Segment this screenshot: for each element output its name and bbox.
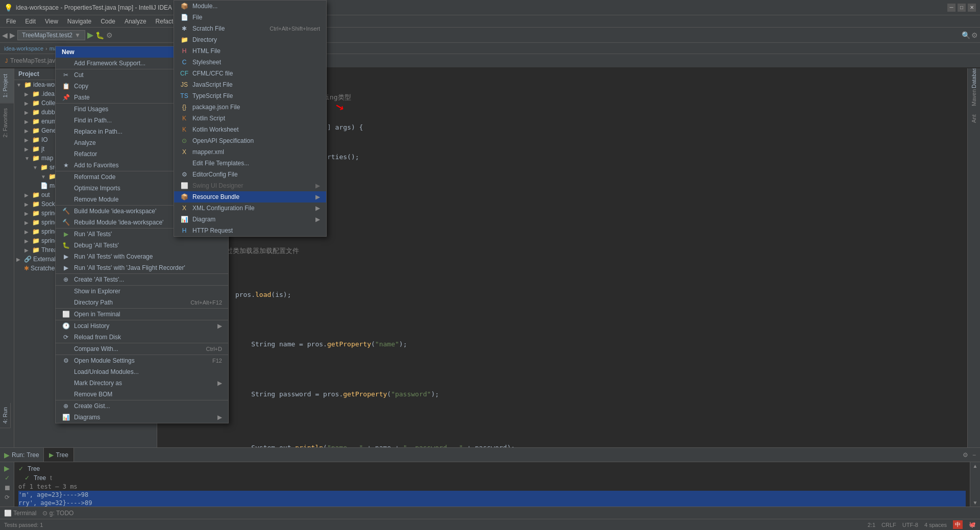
ctx-new-label: New: [62, 48, 75, 56]
breadcrumb-workspace[interactable]: idea-workspace: [4, 45, 43, 52]
menu-navigate[interactable]: Navigate: [63, 17, 95, 26]
settings-icon[interactable]: ⚙: [963, 451, 968, 459]
search-icon[interactable]: 🔍: [962, 31, 970, 39]
database-icon[interactable]: Database: [968, 70, 979, 82]
line-ending[interactable]: CRLF: [881, 522, 896, 528]
ctx-diagram[interactable]: 📊 Diagram ▶: [174, 214, 326, 225]
scroll-up-icon[interactable]: ▲: [973, 463, 978, 469]
bottom-tab-run[interactable]: ▶ Tree: [44, 448, 74, 462]
maximize-button[interactable]: □: [958, 4, 966, 12]
ctx-directory-path[interactable]: Directory Path Ctrl+Alt+F12: [56, 297, 228, 308]
run-config-selector[interactable]: TreeMapTest.test2 ▼: [17, 30, 85, 40]
ctx-open-module-settings[interactable]: ⚙ Open Module Settings F12: [56, 355, 228, 366]
ctx-editorconfig[interactable]: ⚙ EditorConfig File: [174, 169, 326, 180]
ctx-new-openapi[interactable]: ⊙ OpenAPI Specification: [174, 135, 326, 146]
ctx-edit-file-templates[interactable]: Edit File Templates...: [174, 158, 326, 169]
run-small-icon[interactable]: ▶: [4, 464, 10, 472]
ctx-new-kotlin-worksheet[interactable]: K Kotlin Worksheet: [174, 124, 326, 135]
ctx-load-modules[interactable]: Load/Unload Modules...: [56, 366, 228, 377]
ctx-xml-config[interactable]: X XML Configuration File ▶: [174, 203, 326, 214]
ctx-reload-disk[interactable]: ⟳ Reload from Disk: [56, 332, 228, 343]
ctx-new-mapper-xml[interactable]: X mapper.xml: [174, 146, 326, 158]
toolbar: ◀ ▶ TreeMapTest.test2 ▼ ▶ 🐛 ⚙ 🔍 ⚙: [0, 28, 980, 43]
ant-icon[interactable]: Ant: [968, 113, 979, 124]
ctx-label: Reformat Code: [74, 173, 115, 181]
ctx-new-cfml[interactable]: CF CFML/CFC file: [174, 68, 326, 79]
ctx-new-package-json[interactable]: {} package.json File: [174, 102, 326, 113]
ctx-label: Open Module Settings: [74, 357, 135, 364]
ctx-new-file[interactable]: 📄 File: [174, 12, 326, 23]
ctx-label: Run 'All Tests' with Coverage: [74, 253, 153, 260]
encoding[interactable]: UTF-8: [902, 522, 918, 528]
terminal-tab[interactable]: ⬜ Terminal: [4, 510, 36, 517]
menu-code[interactable]: Code: [96, 17, 119, 26]
cursor-position[interactable]: 2:1: [868, 522, 875, 528]
menu-analyze[interactable]: Analyze: [120, 17, 151, 26]
vtab-run[interactable]: 4: Run: [0, 403, 10, 428]
check-icon[interactable]: ✓: [5, 474, 10, 482]
debug-button[interactable]: 🐛: [95, 31, 104, 39]
input-method[interactable]: 中: [953, 520, 963, 529]
settings-icon[interactable]: ⚙: [971, 31, 978, 39]
ctx-run-flight-recorder[interactable]: ▶ Run 'All Tests' with 'Java Flight Reco…: [56, 262, 228, 273]
menu-edit[interactable]: Edit: [21, 17, 40, 26]
ctx-debug-all-tests[interactable]: 🐛 Debug 'All Tests': [56, 240, 228, 251]
create-icon: ⊕: [62, 276, 70, 283]
copy-icon: 📋: [62, 83, 70, 90]
ctx-label: mapper.xml: [192, 148, 224, 156]
ctx-run-with-coverage[interactable]: ▶ Run 'All Tests' with Coverage: [56, 251, 228, 262]
ctx-new-js[interactable]: JS JavaScript File: [174, 79, 326, 90]
shortcut: F12: [212, 358, 222, 364]
ctx-new-stylesheet[interactable]: C Stylesheet: [174, 57, 326, 68]
shortcut: Ctrl+D: [206, 346, 222, 352]
module-icon: 📦: [180, 3, 188, 10]
ctx-show-explorer[interactable]: Show in Explorer: [56, 285, 228, 297]
title-bar-title: idea-workspace - PropertiesTest.java [ma…: [16, 4, 172, 11]
title-bar-left: 💡 idea-workspace - PropertiesTest.java […: [4, 4, 172, 12]
gist-icon: ⊕: [62, 402, 70, 410]
menu-view[interactable]: View: [41, 17, 62, 26]
stop-icon[interactable]: ⏹: [4, 484, 11, 492]
folder-icon: 📁: [32, 127, 40, 134]
ctx-create-all-tests[interactable]: ⊕ Create 'All Tests'...: [56, 273, 228, 285]
ctx-label: Resource Bundle: [192, 193, 239, 200]
forward-button[interactable]: ▶: [10, 31, 15, 39]
ctx-label: Show in Explorer: [74, 288, 120, 295]
ctx-mark-directory[interactable]: Mark Directory as ▶: [56, 377, 228, 389]
ctx-new-kotlin-script[interactable]: K Kotlin Script: [174, 113, 326, 124]
ctx-open-terminal[interactable]: ⬜ Open in Terminal: [56, 308, 228, 320]
vtab-favorites[interactable]: 2: Favorites: [0, 103, 14, 142]
vtab-project[interactable]: 1: Project: [0, 68, 14, 103]
folder-icon: 📁: [32, 145, 40, 153]
ctx-remove-bom[interactable]: Remove BOM: [56, 389, 228, 400]
ctx-create-gist[interactable]: ⊕ Create Gist...: [56, 400, 228, 412]
minimize-panel-icon[interactable]: −: [972, 451, 976, 459]
minimize-button[interactable]: ─: [947, 4, 955, 12]
ctx-new-module[interactable]: 📦 Module...: [174, 1, 326, 12]
ctx-label: Compare With...: [74, 345, 118, 352]
more-button[interactable]: ⚙: [106, 31, 113, 39]
menu-file[interactable]: File: [2, 17, 20, 26]
ctx-new-directory[interactable]: 📁 Directory: [174, 34, 326, 45]
ctx-compare-with[interactable]: Compare With... Ctrl+D: [56, 343, 228, 355]
ctx-label: Edit File Templates...: [192, 160, 249, 167]
run-button[interactable]: ▶: [87, 30, 93, 40]
debug-icon: 🐛: [62, 242, 70, 249]
ctx-http-request[interactable]: H HTTP Request: [174, 225, 326, 236]
folder-icon: 📁: [24, 81, 32, 88]
ctx-diagrams[interactable]: 📊 Diagrams ▶: [56, 412, 228, 423]
indentation[interactable]: 4 spaces: [924, 522, 947, 528]
expand-arrow-icon: ▶: [24, 220, 31, 225]
back-button[interactable]: ◀: [2, 31, 8, 39]
rerun-icon[interactable]: ⟳: [5, 494, 10, 501]
ctx-new-html[interactable]: H HTML File: [174, 45, 326, 57]
scroll-down-icon[interactable]: ▼: [973, 500, 978, 506]
ctx-local-history[interactable]: 🕐 Local History ▶: [56, 320, 228, 332]
close-button[interactable]: ✕: [968, 4, 976, 12]
maven-icon[interactable]: Maven: [968, 92, 979, 103]
ctx-new-scratch[interactable]: ✱ Scratch File Ctrl+Alt+Shift+Insert: [174, 23, 326, 34]
todo-tab[interactable]: ⊙ g: TODO: [42, 510, 74, 517]
ctx-new-ts[interactable]: TS TypeScript File: [174, 90, 326, 102]
favorites-icon: ★: [62, 162, 70, 169]
ctx-resource-bundle[interactable]: 📦 Resource Bundle ▶: [174, 191, 326, 203]
